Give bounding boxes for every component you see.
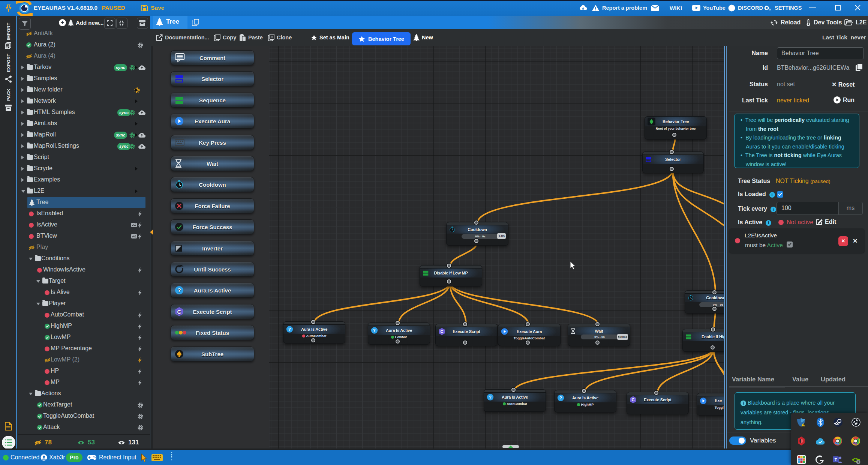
svg-text:?: ?	[373, 328, 376, 333]
svg-text:?: ?	[288, 327, 291, 332]
svg-text:?: ?	[489, 395, 492, 399]
svg-text:?: ?	[559, 396, 562, 400]
svg-text:C: C	[631, 398, 634, 402]
svg-text:T: T	[835, 458, 837, 462]
svg-text:C: C	[440, 329, 443, 334]
